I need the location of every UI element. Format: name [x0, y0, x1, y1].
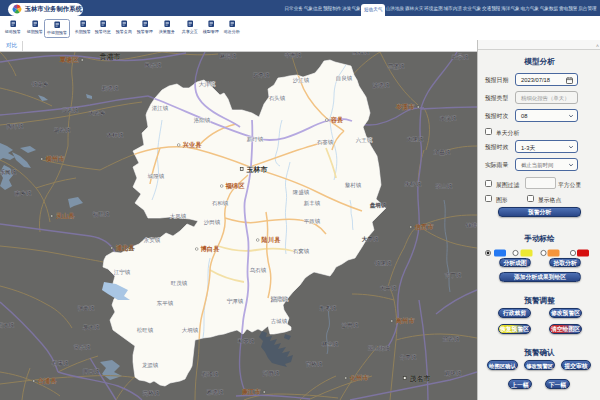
svg-text:松旺镇: 松旺镇	[137, 327, 154, 333]
svg-text:高州市: 高州市	[396, 317, 416, 325]
svg-text:古丁镇: 古丁镇	[445, 272, 462, 278]
svg-text:石头镇: 石头镇	[269, 95, 286, 102]
svg-text:三堡镇: 三堡镇	[388, 63, 405, 69]
svg-text:大洋镇: 大洋镇	[199, 81, 216, 88]
svg-text:陆川县: 陆川县	[262, 236, 282, 244]
svg-text:六王镇: 六王镇	[356, 137, 373, 143]
svg-text:林尘镇: 林尘镇	[321, 341, 339, 347]
svg-text:廉江市: 廉江市	[241, 388, 262, 396]
svg-text:茶山镇: 茶山镇	[436, 183, 453, 189]
svg-text:民乐镇: 民乐镇	[145, 62, 162, 68]
svg-text:大岭乡: 大岭乡	[89, 110, 106, 116]
svg-text:兴业县: 兴业县	[182, 141, 203, 149]
svg-text:贵港市: 贵港市	[99, 52, 121, 61]
svg-text:博白县: 博白县	[200, 245, 221, 253]
svg-text:洛阳镇: 洛阳镇	[194, 117, 211, 124]
svg-text:清湾镇: 清湾镇	[272, 296, 289, 303]
svg-text:浦北县: 浦北县	[115, 244, 136, 252]
svg-text:大凤镇: 大凤镇	[170, 213, 187, 219]
svg-text:观珠镇: 观珠镇	[445, 370, 462, 377]
svg-text:水汶镇: 水汶镇	[440, 115, 457, 122]
svg-text:大垌镇: 大垌镇	[182, 327, 199, 333]
svg-text:木梓镇: 木梓镇	[107, 132, 124, 138]
svg-text:雅塘镇: 雅塘镇	[207, 389, 224, 396]
svg-text:茂名市: 茂名市	[409, 374, 431, 383]
svg-text:石寨镇: 石寨镇	[317, 139, 334, 146]
svg-text:横州市: 横州市	[45, 155, 66, 163]
svg-text:自良镇: 自良镇	[336, 75, 353, 81]
svg-text:那务镇: 那务镇	[320, 305, 337, 312]
svg-text:寺面镇: 寺面镇	[285, 52, 302, 59]
svg-text:河唇镇: 河唇镇	[263, 370, 280, 377]
svg-text:石和镇: 石和镇	[212, 200, 229, 207]
svg-text:泉水镇: 泉水镇	[83, 324, 100, 330]
svg-text:石窝镇: 石窝镇	[293, 248, 310, 255]
svg-text:隆盛镇: 隆盛镇	[293, 189, 310, 196]
svg-text:新塘镇: 新塘镇	[102, 85, 119, 92]
svg-text:化州市: 化州市	[349, 374, 370, 382]
svg-text:新圩镇: 新圩镇	[247, 136, 264, 142]
svg-text:大隆镇: 大隆镇	[407, 136, 424, 142]
svg-text:闸口镇: 闸口镇	[83, 368, 100, 375]
svg-text:福绵区: 福绵区	[225, 182, 246, 190]
svg-text:宁潭镇: 宁潭镇	[227, 298, 244, 305]
svg-text:容县: 容县	[330, 116, 344, 124]
svg-text:大界镇: 大界镇	[362, 236, 379, 242]
svg-text:新丰镇: 新丰镇	[304, 200, 321, 206]
svg-text:大井镇: 大井镇	[380, 285, 397, 291]
svg-text:云表镇: 云表镇	[62, 107, 79, 113]
svg-text:镇龙乡: 镇龙乡	[32, 81, 49, 87]
svg-text:黎村镇: 黎村镇	[345, 182, 362, 189]
svg-text:白石水镇: 白石水镇	[0, 322, 15, 329]
svg-text:福旺镇: 福旺镇	[93, 211, 110, 218]
svg-text:合浦县: 合浦县	[37, 377, 58, 385]
svg-text:分界镇: 分界镇	[400, 354, 417, 360]
svg-text:石康镇: 石康镇	[52, 360, 69, 367]
svg-text:和寨镇: 和寨镇	[238, 338, 255, 344]
svg-text:陶圩镇: 陶圩镇	[7, 123, 24, 130]
svg-text:古城镇: 古城镇	[271, 318, 288, 324]
svg-text:马岭镇: 马岭镇	[54, 127, 71, 133]
svg-text:沙田镇: 沙田镇	[342, 322, 359, 329]
svg-text:湛江镇: 湛江镇	[152, 105, 169, 112]
svg-text:乐民镇: 乐民镇	[0, 169, 17, 175]
svg-text:南乡镇: 南乡镇	[15, 190, 32, 196]
svg-text:龙源镇: 龙源镇	[142, 362, 159, 368]
svg-text:永安镇: 永安镇	[144, 237, 161, 243]
svg-text:罗秀镇: 罗秀镇	[253, 72, 270, 79]
svg-text:麻洞镇: 麻洞镇	[220, 53, 237, 60]
svg-text:亮桥镇: 亮桥镇	[143, 390, 160, 397]
svg-text:信宜市: 信宜市	[414, 223, 435, 231]
svg-text:波塘镇: 波塘镇	[373, 82, 390, 89]
svg-text:岭景镇: 岭景镇	[452, 54, 469, 60]
svg-text:灵山县: 灵山县	[55, 212, 76, 220]
svg-text:平政镇: 平政镇	[304, 218, 321, 224]
svg-text:张黄镇: 张黄镇	[78, 305, 95, 312]
svg-text:常乐镇: 常乐镇	[74, 344, 91, 350]
svg-text:江宁镇: 江宁镇	[114, 269, 131, 276]
svg-text:官桥镇: 官桥镇	[306, 361, 323, 367]
svg-text:石颈镇: 石颈镇	[202, 371, 219, 378]
svg-text:覃塘区: 覃塘区	[59, 56, 80, 64]
svg-text:旺茂镇: 旺茂镇	[171, 280, 188, 286]
svg-text:朱砂镇: 朱砂镇	[405, 181, 422, 187]
svg-text:玉林市: 玉林市	[246, 165, 268, 173]
svg-text:乌石镇: 乌石镇	[250, 267, 267, 274]
svg-text:笪岭镇: 笪岭镇	[443, 336, 460, 342]
svg-text:城隍镇: 城隍镇	[147, 173, 165, 179]
svg-text:沙田镇: 沙田镇	[204, 219, 221, 226]
svg-text:镇隆镇: 镇隆镇	[375, 260, 392, 266]
svg-text:加益镇: 加益镇	[434, 149, 451, 156]
svg-text:宝山街道: 宝山街道	[368, 345, 391, 352]
svg-text:岑溪市: 岑溪市	[395, 103, 416, 111]
svg-text:盘垌镇: 盘垌镇	[370, 202, 387, 209]
svg-text:东平镇: 东平镇	[156, 300, 174, 306]
svg-text:沙江镇: 沙江镇	[293, 77, 310, 84]
